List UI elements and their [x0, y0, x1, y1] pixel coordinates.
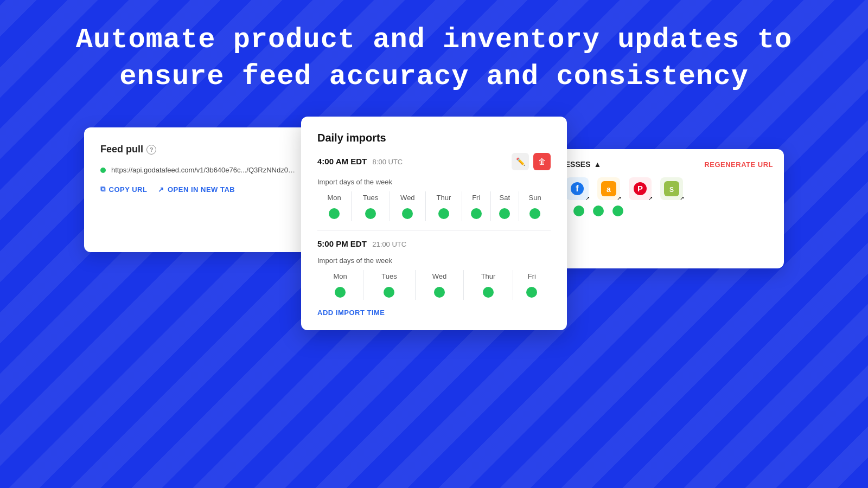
feed-pull-buttons: ⧉ COPY URL ↗ OPEN IN NEW TAB [100, 185, 328, 194]
edit-button-1[interactable]: ✏️ [512, 153, 529, 170]
facebook-logo[interactable]: f ↗ [566, 177, 589, 200]
day-dot-fri-1[interactable] [471, 208, 482, 219]
hero-line1: Automate product and inventory updates t… [54, 22, 814, 59]
svg-text:a: a [607, 185, 611, 194]
status-dot [100, 168, 106, 173]
day-dot-thur-2[interactable] [483, 287, 494, 298]
regenerate-url-button[interactable]: REGENERATE URL [704, 160, 773, 169]
day-dot-thur-1[interactable] [438, 208, 449, 219]
time-actions-1: ✏️ 🗑 [512, 153, 551, 170]
copy-url-button[interactable]: ⧉ COPY URL [100, 185, 147, 194]
add-import-time-button[interactable]: ADD IMPORT TIME [317, 309, 385, 317]
day-header-wed: Wed [390, 191, 425, 206]
pinterest-logo[interactable]: P ↗ [629, 177, 652, 200]
delete-button-1[interactable]: 🗑 [533, 153, 551, 170]
channel-amazon: a ↗ [597, 177, 620, 200]
day-header-sat: Sat [490, 191, 519, 206]
day-header-mon: Mon [317, 191, 352, 206]
day-dot-mon-2[interactable] [335, 287, 346, 298]
feed-url: https://api.godatafeed.com/v1/3b640e76c.… [111, 166, 296, 174]
feed-pull-title-text: Feed pull [100, 144, 143, 155]
time-edt-2: 5:00 PM EDT [317, 239, 367, 248]
day-dot-wed-2[interactable] [434, 287, 445, 298]
day-dot-fri-2[interactable] [526, 287, 537, 298]
import-slot-2: 5:00 PM EDT 21:00 UTC Import days of the… [317, 239, 551, 300]
time-row-1: 4:00 AM EDT 8:00 UTC ✏️ 🗑 [317, 153, 551, 170]
external-link-icon-facebook: ↗ [585, 195, 590, 201]
help-icon[interactable]: ? [146, 145, 156, 155]
daily-imports-card: Daily imports 4:00 AM EDT 8:00 UTC ✏️ 🗑 … [301, 117, 567, 330]
hero-text: Automate product and inventory updates t… [0, 0, 868, 111]
time-row-2: 5:00 PM EDT 21:00 UTC [317, 239, 551, 249]
svg-text:P: P [637, 184, 643, 193]
import-slot-1: 4:00 AM EDT 8:00 UTC ✏️ 🗑 Import days of… [317, 153, 551, 221]
channel-facebook: f ↗ [566, 177, 589, 200]
external-link-icon: ↗ [158, 185, 164, 194]
day-header-sun: Sun [519, 191, 551, 206]
channel-dot-5 [612, 206, 623, 216]
day-header-fri: Fri [462, 191, 490, 206]
shopify-logo[interactable]: S ↗ [660, 177, 683, 200]
time-display-2: 5:00 PM EDT 21:00 UTC [317, 239, 406, 249]
day-dot-mon-1[interactable] [329, 208, 340, 219]
day-dot-sat-1[interactable] [499, 208, 510, 219]
import-days-label-1: Import days of the week [317, 178, 551, 186]
day-header-tues: Tues [352, 191, 390, 206]
external-link-icon-amazon: ↗ [617, 195, 621, 201]
days-table-2: Mon Tues Wed Thur Fri [317, 270, 551, 300]
amazon-logo[interactable]: a ↗ [597, 177, 620, 200]
daily-imports-title: Daily imports [317, 132, 551, 144]
day2-header-wed: Wed [415, 270, 464, 285]
svg-text:S: S [669, 186, 674, 194]
days-table-1: Mon Tues Wed Thur Fri Sat Sun [317, 191, 551, 221]
day-dot-sun-1[interactable] [529, 208, 540, 219]
channel-shopify: S ↗ [660, 177, 683, 200]
day2-header-tues: Tues [363, 270, 415, 285]
copy-url-label: COPY URL [109, 185, 148, 194]
channel-dot-3 [573, 206, 584, 216]
day2-header-thur: Thur [464, 270, 513, 285]
feed-pull-title: Feed pull ? [100, 144, 328, 155]
cards-row: Feed pull ? https://api.godatafeed.com/v… [0, 117, 868, 330]
day2-header-fri: Fri [513, 270, 551, 285]
day2-header-mon: Mon [317, 270, 363, 285]
url-row: https://api.godatafeed.com/v1/3b640e76c.… [100, 166, 328, 174]
channel-pinterest: P ↗ [629, 177, 652, 200]
copy-icon: ⧉ [100, 185, 106, 194]
external-link-icon-pinterest: ↗ [648, 195, 653, 201]
day-header-thur: Thur [426, 191, 462, 206]
time-utc-1: 8:00 UTC [373, 158, 403, 166]
slot-divider [317, 230, 551, 230]
content-wrapper: Automate product and inventory updates t… [0, 0, 868, 488]
time-edt-1: 4:00 AM EDT [317, 157, 367, 166]
open-new-tab-button[interactable]: ↗ OPEN IN NEW TAB [158, 185, 235, 194]
channel-dot-4 [593, 206, 604, 216]
external-link-icon-shopify: ↗ [680, 195, 684, 201]
time-display-1: 4:00 AM EDT 8:00 UTC [317, 157, 403, 166]
open-new-tab-label: OPEN IN NEW TAB [168, 185, 235, 194]
day-dot-wed-1[interactable] [402, 208, 413, 219]
day-dot-tues-1[interactable] [365, 208, 376, 219]
channels-header: IP ADDRESSES ▲ REGENERATE URL [534, 160, 773, 169]
time-utc-2: 21:00 UTC [372, 240, 406, 248]
svg-text:f: f [576, 184, 579, 193]
day-dot-tues-2[interactable] [384, 287, 394, 298]
import-days-label-2: Import days of the week [317, 256, 551, 265]
channel-icons-row: G ↗ f ↗ [534, 177, 773, 200]
chevron-up-icon: ▲ [593, 160, 601, 169]
channels-dots-row [534, 206, 773, 216]
hero-line2: ensure feed accuracy and consistency [54, 59, 814, 95]
